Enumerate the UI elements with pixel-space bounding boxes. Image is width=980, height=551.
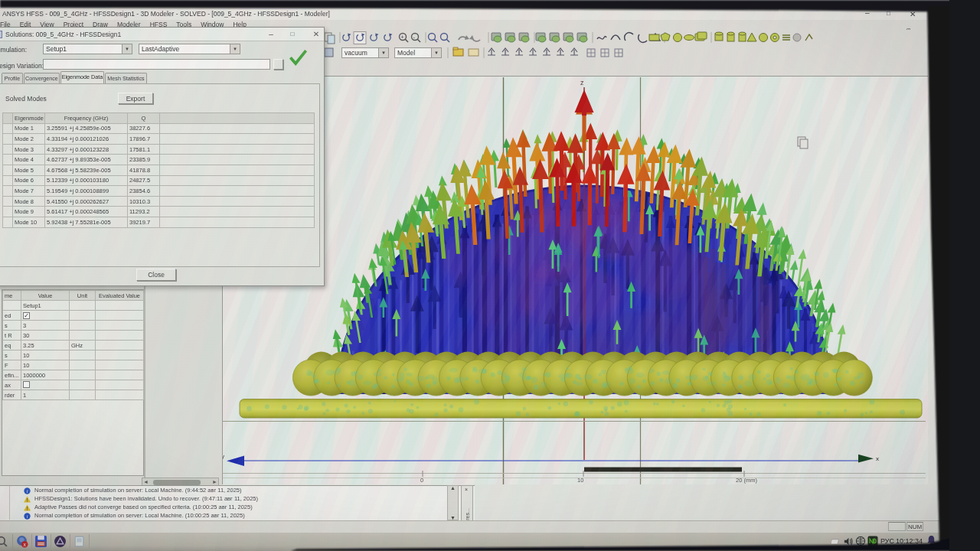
svg-text:0: 0 <box>420 477 423 484</box>
svg-text:y: y <box>222 453 224 460</box>
svg-text:20 (mm): 20 (mm) <box>736 477 757 484</box>
svg-text:!: ! <box>27 506 28 511</box>
svg-text:!: ! <box>27 497 28 503</box>
svg-text:x: x <box>23 542 26 547</box>
svg-text:x: x <box>876 455 879 462</box>
svg-text:i: i <box>27 514 28 519</box>
svg-text:i: i <box>27 488 28 494</box>
svg-text:z: z <box>580 79 584 86</box>
svg-text:10: 10 <box>577 477 583 484</box>
